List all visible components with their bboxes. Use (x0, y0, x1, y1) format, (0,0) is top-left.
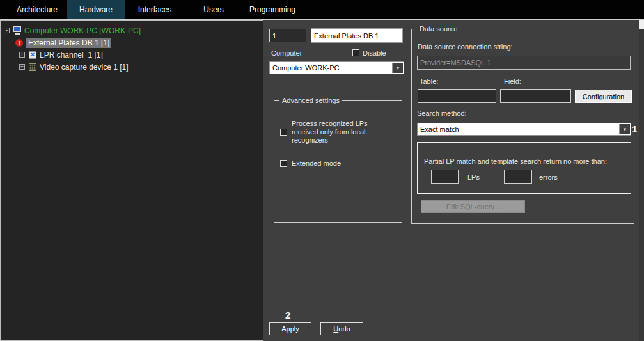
lps-limit-field[interactable] (431, 170, 459, 184)
process-local-lps-label: Process recognized LPs received only fro… (292, 120, 388, 145)
tree-item-external-plates-db[interactable]: ! External Plates DB 1 [1] (1, 36, 263, 49)
table-field[interactable] (418, 89, 496, 103)
vertical-scrollbar[interactable] (639, 20, 644, 341)
process-local-lps-checkbox[interactable] (280, 129, 287, 136)
computer-label: Computer (271, 49, 302, 57)
tab-users[interactable]: Users (184, 0, 243, 19)
undo-button[interactable]: Undo (320, 322, 363, 335)
tree-item-video-capture-device[interactable]: + Video capture device 1 [1] (1, 61, 263, 73)
expand-expander-icon[interactable]: + (19, 64, 25, 70)
video-capture-icon-badge (29, 63, 36, 71)
computer-icon-base (15, 33, 20, 35)
tree-item-lpr-channel-label[interactable]: LPR channel 1 [1] (40, 51, 103, 59)
collapse-expander-icon[interactable]: - (4, 28, 10, 33)
partial-match-label: Partial LP match and template search ret… (424, 157, 607, 165)
tree-item-lpr-channel[interactable]: + ✕ LPR channel 1 [1] (1, 49, 263, 61)
apply-button[interactable]: Apply (269, 322, 311, 335)
edit-sql-query-button[interactable]: Edit SQL-query... (421, 200, 525, 213)
expand-expander-icon[interactable]: + (19, 52, 25, 58)
computer-icon (13, 26, 22, 35)
tab-bar: Architecture Hardware Interfaces Users P… (0, 0, 644, 20)
tree-item-computer-label[interactable]: Computer WORK-PC [WORK-PC] (24, 26, 141, 35)
app-window: Architecture Hardware Interfaces Users P… (0, 0, 644, 341)
callout-step-1: 1 (632, 123, 637, 134)
error-icon: ! (15, 38, 24, 47)
computer-select[interactable]: Computer WORK-PC ▾ (269, 61, 404, 74)
lpr-channel-icon-badge: ✕ (29, 51, 36, 59)
computer-select-value: Computer WORK-PC (272, 64, 340, 72)
tree-item-video-capture-device-label[interactable]: Video capture device 1 [1] (40, 63, 129, 72)
lpr-channel-icon: ✕ (28, 51, 37, 59)
field-field[interactable] (500, 89, 571, 103)
field-label: Field: (504, 77, 521, 85)
video-capture-icon (28, 63, 37, 71)
object-name-field[interactable] (311, 28, 403, 43)
tree-item-external-plates-db-label[interactable]: External Plates DB 1 [1] (26, 38, 111, 48)
tab-interfaces[interactable]: Interfaces (125, 0, 184, 19)
lps-label: LPs (467, 173, 480, 181)
hardware-tree-panel: - Computer WORK-PC [WORK-PC] ! External … (0, 20, 263, 341)
search-method-label: Search method: (417, 109, 467, 117)
errors-limit-field[interactable] (504, 170, 532, 184)
partial-match-group (417, 142, 631, 194)
tab-architecture[interactable]: Architecture (8, 0, 67, 19)
disable-checkbox[interactable] (352, 49, 359, 56)
search-method-select[interactable]: Exact match ▾ (417, 123, 631, 136)
scrollbar-thumb[interactable] (639, 20, 644, 29)
connection-string-label: Data source connection string: (418, 43, 513, 51)
undo-button-label: ndo (338, 325, 350, 333)
search-method-value: Exact match (420, 125, 459, 133)
tab-programming[interactable]: Programming (243, 0, 302, 19)
extended-mode-checkbox[interactable] (280, 160, 287, 167)
object-id-field[interactable] (269, 29, 306, 42)
tree-item-computer[interactable]: - Computer WORK-PC [WORK-PC] (1, 24, 263, 36)
chevron-down-icon: ▾ (392, 63, 403, 73)
computer-icon-screen (13, 26, 21, 32)
tab-hardware[interactable]: Hardware (67, 0, 125, 19)
extended-mode-label: Extended mode (292, 159, 341, 168)
errors-label: errors (539, 173, 558, 181)
chevron-down-icon: ▾ (619, 124, 630, 134)
connection-string-field[interactable] (417, 56, 631, 70)
callout-step-2: 2 (285, 310, 290, 321)
table-label: Table: (420, 77, 438, 85)
disable-checkbox-label: Disable (363, 49, 386, 57)
configuration-button[interactable]: Configuration (575, 90, 632, 103)
advanced-settings-title: Advanced settings (279, 97, 342, 104)
data-source-title: Data source (417, 25, 460, 33)
error-icon-badge: ! (15, 39, 23, 47)
